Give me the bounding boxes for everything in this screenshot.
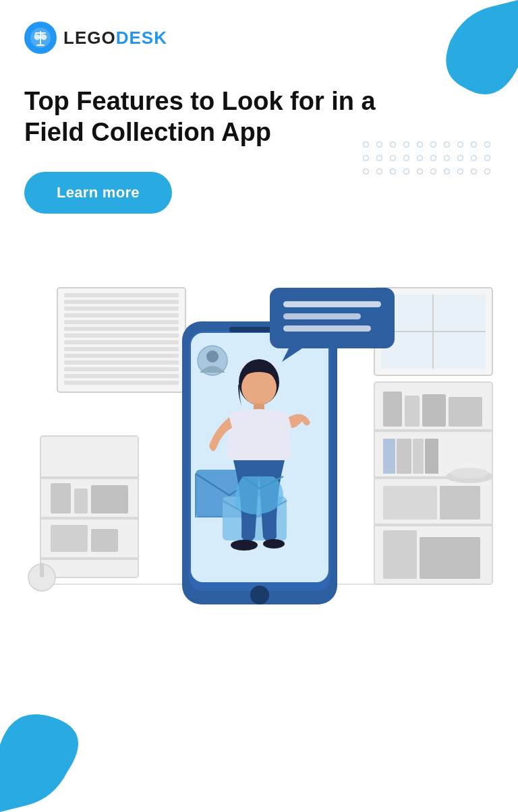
dots-pattern bbox=[363, 142, 494, 178]
svg-rect-10 bbox=[64, 320, 179, 324]
dot bbox=[471, 142, 477, 148]
svg-rect-7 bbox=[64, 300, 179, 304]
svg-rect-64 bbox=[283, 313, 361, 319]
svg-rect-18 bbox=[64, 374, 179, 378]
logo-desk: DESK bbox=[116, 28, 167, 48]
svg-rect-46 bbox=[397, 439, 411, 474]
svg-rect-2 bbox=[35, 32, 46, 34]
header: LEGODESK bbox=[0, 0, 518, 54]
dot bbox=[444, 155, 450, 161]
page-title: Top Features to Look for in a Field Coll… bbox=[24, 86, 415, 148]
svg-rect-39 bbox=[383, 392, 402, 427]
dot bbox=[471, 168, 477, 175]
svg-rect-9 bbox=[64, 313, 179, 317]
blob-bottom-left bbox=[0, 691, 121, 812]
svg-point-44 bbox=[451, 468, 488, 478]
svg-rect-25 bbox=[74, 489, 88, 513]
svg-point-67 bbox=[241, 370, 277, 405]
dot bbox=[390, 142, 396, 148]
svg-rect-24 bbox=[51, 483, 71, 513]
logo-lego: LEGO bbox=[63, 28, 116, 48]
svg-rect-22 bbox=[40, 517, 138, 520]
main-illustration bbox=[0, 247, 518, 625]
svg-rect-50 bbox=[440, 486, 480, 520]
svg-rect-15 bbox=[64, 354, 179, 358]
svg-rect-52 bbox=[420, 537, 480, 579]
logo-text: LEGODESK bbox=[63, 28, 167, 49]
svg-rect-51 bbox=[383, 530, 417, 579]
svg-point-70 bbox=[263, 539, 285, 549]
dot bbox=[444, 168, 450, 175]
svg-point-59 bbox=[206, 350, 219, 363]
dot bbox=[376, 155, 382, 161]
svg-rect-48 bbox=[425, 439, 438, 474]
svg-rect-65 bbox=[283, 325, 371, 332]
svg-rect-21 bbox=[40, 476, 138, 479]
svg-rect-41 bbox=[422, 394, 446, 427]
dot bbox=[457, 142, 463, 148]
dot bbox=[390, 168, 396, 175]
dot bbox=[444, 142, 450, 148]
svg-rect-27 bbox=[51, 525, 88, 552]
svg-rect-30 bbox=[40, 563, 44, 577]
svg-rect-19 bbox=[64, 381, 179, 385]
learn-more-button[interactable]: Learn more bbox=[24, 172, 172, 214]
svg-rect-38 bbox=[374, 524, 492, 526]
svg-rect-14 bbox=[64, 347, 179, 351]
dot bbox=[376, 168, 382, 175]
dot bbox=[430, 155, 436, 161]
svg-rect-11 bbox=[64, 327, 179, 331]
dot bbox=[457, 168, 463, 175]
dot bbox=[484, 142, 490, 148]
dot bbox=[484, 168, 490, 175]
dot bbox=[417, 168, 423, 175]
dot bbox=[363, 142, 369, 148]
svg-rect-40 bbox=[405, 396, 420, 427]
svg-rect-17 bbox=[64, 367, 179, 371]
dot bbox=[376, 142, 382, 148]
dot bbox=[403, 142, 409, 148]
svg-rect-16 bbox=[64, 361, 179, 365]
svg-rect-26 bbox=[91, 485, 128, 513]
svg-rect-6 bbox=[64, 293, 179, 297]
main-content: Top Features to Look for in a Field Coll… bbox=[0, 54, 518, 214]
logo-icon bbox=[24, 22, 57, 54]
dot bbox=[417, 155, 423, 161]
dot bbox=[457, 155, 463, 161]
dot bbox=[363, 155, 369, 161]
dot bbox=[363, 168, 369, 175]
dot bbox=[471, 155, 477, 161]
svg-rect-28 bbox=[91, 529, 118, 552]
svg-rect-49 bbox=[383, 486, 437, 520]
svg-rect-45 bbox=[383, 439, 395, 474]
dot bbox=[403, 155, 409, 161]
svg-rect-12 bbox=[64, 334, 179, 338]
dot bbox=[430, 142, 436, 148]
svg-rect-13 bbox=[64, 340, 179, 344]
svg-point-69 bbox=[231, 540, 258, 551]
svg-rect-47 bbox=[413, 439, 424, 474]
dot bbox=[484, 155, 490, 161]
dot bbox=[403, 168, 409, 175]
svg-rect-3 bbox=[36, 44, 45, 46]
svg-rect-36 bbox=[374, 429, 492, 432]
dot bbox=[390, 155, 396, 161]
svg-rect-63 bbox=[283, 301, 381, 307]
svg-rect-23 bbox=[40, 557, 138, 560]
svg-rect-8 bbox=[64, 307, 179, 311]
svg-rect-42 bbox=[449, 397, 482, 427]
illustration-area bbox=[0, 247, 518, 625]
dot bbox=[417, 142, 423, 148]
dot bbox=[430, 168, 436, 175]
svg-point-57 bbox=[250, 586, 269, 604]
